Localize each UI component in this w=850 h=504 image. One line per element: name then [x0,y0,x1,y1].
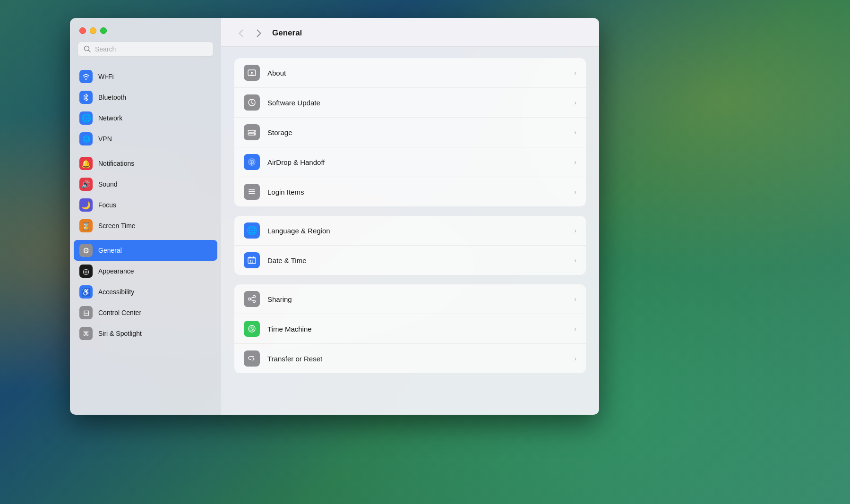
softwareupdate-icon [244,94,260,111]
sharing-label: Sharing [267,295,567,303]
sidebar-item-vpn[interactable]: 🌐 VPN [74,128,217,149]
screentime-label: Screen Time [98,222,136,230]
maximize-button[interactable] [100,27,107,34]
search-container: Search [70,42,221,64]
content-row-transfer[interactable]: Transfer or Reset › [234,344,586,373]
accessibility-icon: ♿ [79,285,93,299]
content-group-3: Sharing › Time Machine › [234,284,586,373]
vpn-icon: 🌐 [79,132,93,145]
appearance-label: Appearance [98,267,134,275]
svg-point-9 [254,134,255,135]
content-scroll: About › Software Update › [221,47,599,415]
sidebar-item-focus[interactable]: 🌙 Focus [74,195,217,215]
focus-icon: 🌙 [79,198,93,212]
back-button[interactable] [234,26,248,40]
main-content: General About › [221,18,599,415]
timemachine-label: Time Machine [267,325,567,333]
sound-label: Sound [98,180,117,188]
sidebar-item-screentime[interactable]: ⌛ Screen Time [74,215,217,236]
forward-button[interactable] [252,26,266,40]
svg-text:31: 31 [249,260,253,263]
wifi-icon [79,70,93,83]
svg-rect-3 [250,75,254,76]
datetime-icon: 31 [244,252,260,268]
notifications-label: Notifications [98,160,134,167]
airdrop-icon [244,154,260,170]
svg-point-21 [253,300,256,303]
language-icon: 🌐 [244,222,260,239]
timemachine-chevron: › [574,325,576,333]
vpn-label: VPN [98,135,112,143]
content-row-timemachine[interactable]: Time Machine › [234,314,586,344]
sidebar-item-wifi[interactable]: Wi-Fi [74,66,217,87]
appearance-icon: ◎ [79,265,93,278]
bluetooth-icon [79,91,93,104]
sidebar-scroll: Wi-Fi Bluetooth 🌐 Network [70,64,221,415]
about-icon [244,65,260,81]
search-bar[interactable]: Search [77,42,214,57]
loginitems-icon [244,184,260,200]
sidebar-item-bluetooth[interactable]: Bluetooth [74,87,217,108]
traffic-lights [70,18,221,42]
system-preferences-window: Search Wi-Fi [70,18,599,415]
transfer-label: Transfer or Reset [267,355,567,363]
content-row-storage[interactable]: Storage › [234,118,586,147]
close-button[interactable] [79,27,86,34]
toolbar: General [221,18,599,47]
sidebar-item-controlcenter[interactable]: ⊟ Control Center [74,302,217,323]
sidebar: Search Wi-Fi [70,18,221,415]
sidebar-item-notifications[interactable]: 🔔 Notifications [74,153,217,174]
content-row-sharing[interactable]: Sharing › [234,284,586,314]
svg-rect-17 [248,257,256,259]
sidebar-item-accessibility[interactable]: ♿ Accessibility [74,282,217,302]
svg-point-20 [249,298,251,300]
siri-icon: ⌘ [79,327,93,340]
content-group-1: About › Software Update › [234,58,586,206]
notifications-icon: 🔔 [79,157,93,170]
sidebar-item-network[interactable]: 🌐 Network [74,108,217,128]
sidebar-item-appearance[interactable]: ◎ Appearance [74,261,217,282]
svg-rect-14 [249,191,255,192]
sharing-chevron: › [574,295,576,303]
transfer-chevron: › [574,355,576,362]
content-row-language[interactable]: 🌐 Language & Region › [234,216,586,246]
search-icon [84,45,91,53]
transfer-icon [244,350,260,367]
about-label: About [267,69,567,77]
about-chevron: › [574,69,576,77]
content-row-loginitems[interactable]: Login Items › [234,177,586,206]
minimize-button[interactable] [90,27,96,34]
svg-point-8 [254,131,255,132]
sidebar-section-notifications: 🔔 Notifications 🔊 Sound 🌙 Focus ⌛ Screen… [74,153,217,236]
controlcenter-icon: ⊟ [79,306,93,319]
general-label: General [98,247,122,254]
content-row-datetime[interactable]: 31 Date & Time › [234,246,586,275]
controlcenter-label: Control Center [98,309,141,316]
sidebar-item-sound[interactable]: 🔊 Sound [74,174,217,195]
storage-icon [244,124,260,140]
sidebar-section-network: Wi-Fi Bluetooth 🌐 Network [74,66,217,149]
sound-icon: 🔊 [79,178,93,191]
loginitems-label: Login Items [267,188,567,196]
softwareupdate-label: Software Update [267,99,567,107]
language-label: Language & Region [267,227,567,235]
sidebar-item-siri[interactable]: ⌘ Siri & Spotlight [74,323,217,344]
content-group-2: 🌐 Language & Region › 31 Date & Time [234,216,586,275]
svg-rect-15 [249,193,255,194]
softwareupdate-chevron: › [574,99,576,106]
search-placeholder: Search [95,45,116,53]
content-row-airdrop[interactable]: AirDrop & Handoff › [234,147,586,177]
loginitems-chevron: › [574,188,576,196]
bluetooth-label: Bluetooth [98,94,126,101]
sidebar-item-general[interactable]: ⚙ General [74,240,217,261]
accessibility-label: Accessibility [98,288,134,296]
network-icon: 🌐 [79,111,93,125]
svg-line-1 [89,51,91,52]
content-row-about[interactable]: About › [234,58,586,88]
svg-point-4 [251,72,253,74]
svg-point-19 [253,296,256,298]
page-title: General [272,28,302,38]
airdrop-label: AirDrop & Handoff [267,158,567,166]
screentime-icon: ⌛ [79,219,93,232]
content-row-softwareupdate[interactable]: Software Update › [234,88,586,118]
